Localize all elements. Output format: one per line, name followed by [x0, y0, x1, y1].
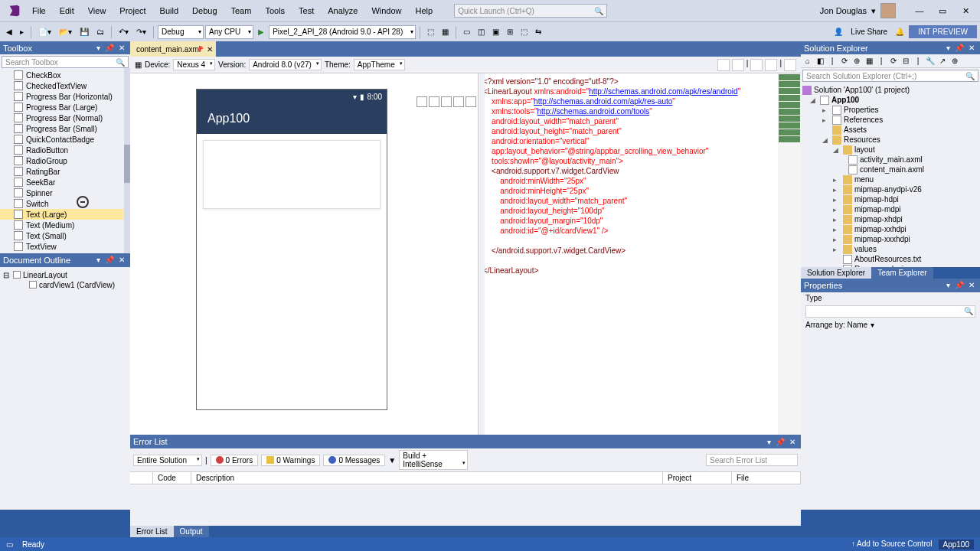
- menu-project[interactable]: Project: [113, 5, 152, 17]
- sln-node[interactable]: ◢Resources: [802, 135, 978, 145]
- toolbox-item[interactable]: Progress Bar (Horizontal): [0, 91, 130, 102]
- designer-btn-edit[interactable]: [750, 59, 763, 71]
- tab-error-list[interactable]: Error List: [130, 526, 174, 537]
- toolbox-item[interactable]: RadioButton: [0, 145, 130, 155]
- tab-output[interactable]: Output: [174, 526, 209, 537]
- warnings-toggle[interactable]: 0 Warnings: [261, 455, 320, 466]
- sln-node[interactable]: ▸menu: [802, 174, 978, 184]
- pin-icon[interactable]: 📌: [103, 44, 116, 52]
- sln-node[interactable]: ▸mipmap-hdpi: [802, 194, 978, 204]
- sln-node[interactable]: ▸mipmap-xhdpi: [802, 214, 978, 224]
- menu-window[interactable]: Window: [365, 5, 407, 17]
- sln-node-project[interactable]: ◢App100: [802, 95, 978, 105]
- sln-node-file[interactable]: AboutResources.txt: [802, 254, 978, 264]
- sln-node[interactable]: ▸mipmap-mdpi: [802, 204, 978, 214]
- toolbox-item[interactable]: Progress Bar (Small): [0, 123, 130, 134]
- designer-btn-props[interactable]: [765, 59, 777, 71]
- toolbox-item[interactable]: Text (Small): [0, 230, 130, 241]
- sln-tb-home-icon[interactable]: ⌂: [802, 56, 813, 67]
- sln-node-file[interactable]: content_main.axml: [802, 165, 978, 174]
- sln-tb-icon[interactable]: ⊕: [851, 56, 862, 67]
- source-control-button[interactable]: ↑ Add to Source Control: [851, 540, 933, 549]
- sln-tb-icon[interactable]: ⟳: [888, 56, 899, 67]
- toolbox-item[interactable]: TextView: [0, 241, 130, 252]
- toolbox-item[interactable]: CheckBox: [0, 70, 130, 80]
- toolbox-item[interactable]: Progress Bar (Normal): [0, 112, 130, 123]
- panel-close-icon[interactable]: ✕: [966, 281, 977, 289]
- sln-tb-icon[interactable]: 🔧: [925, 56, 936, 67]
- sln-node[interactable]: ▸References: [802, 115, 978, 125]
- menu-tools[interactable]: Tools: [259, 5, 291, 17]
- sln-node[interactable]: ▸Properties: [802, 105, 978, 115]
- sln-node-file[interactable]: activity_main.axml: [802, 155, 978, 165]
- redo-button[interactable]: ↷▾: [133, 26, 149, 37]
- new-item-button[interactable]: 📄▾: [35, 26, 54, 37]
- tb-icon-6[interactable]: ⊞: [504, 26, 516, 37]
- dropdown-icon[interactable]: ▾: [871, 321, 874, 329]
- pin-icon[interactable]: 📌: [952, 44, 966, 52]
- minimize-button[interactable]: —: [908, 3, 931, 18]
- tb-icon-7[interactable]: ⬚: [518, 26, 531, 37]
- toolbox-search-input[interactable]: Search Toolbox 🔍: [2, 56, 129, 68]
- errors-toggle[interactable]: 0 Errors: [211, 455, 259, 466]
- start-button[interactable]: ▶: [255, 26, 267, 37]
- sln-node[interactable]: ▸mipmap-anydpi-v26: [802, 184, 978, 194]
- panel-dropdown-icon[interactable]: ▾: [94, 44, 103, 52]
- theme-dropdown[interactable]: AppTheme: [354, 59, 405, 70]
- pin-icon[interactable]: 📌: [952, 281, 966, 289]
- user-dropdown-icon[interactable]: ▾: [871, 6, 876, 16]
- menu-help[interactable]: Help: [410, 5, 439, 17]
- undo-button[interactable]: ↶▾: [116, 26, 132, 37]
- tab-solution-explorer[interactable]: Solution Explorer: [801, 267, 871, 279]
- sln-tb-icon[interactable]: ⊟: [900, 56, 911, 67]
- menu-team[interactable]: Team: [225, 5, 258, 17]
- overlay-btn-2[interactable]: [429, 96, 439, 107]
- menu-debug[interactable]: Debug: [186, 5, 223, 17]
- pin-icon[interactable]: 📌: [103, 256, 116, 264]
- designer-btn-split-h[interactable]: [732, 59, 744, 71]
- menu-view[interactable]: View: [82, 5, 113, 17]
- toolbox-item[interactable]: Spinner: [0, 187, 130, 198]
- config-dropdown[interactable]: Debug: [158, 25, 204, 39]
- tb-icon-2[interactable]: ▦: [439, 26, 452, 37]
- panel-dropdown-icon[interactable]: ▾: [944, 281, 952, 289]
- menu-file[interactable]: File: [26, 5, 52, 17]
- toolbox-item[interactable]: Switch: [0, 198, 130, 209]
- close-tab-icon[interactable]: ✕: [207, 45, 213, 54]
- toolbox-item[interactable]: Text (Medium): [0, 220, 130, 230]
- overlay-btn-4[interactable]: [453, 96, 464, 107]
- filter-icon[interactable]: ▼: [388, 456, 396, 465]
- save-all-button[interactable]: 🗂: [93, 26, 107, 37]
- sln-tb-icon[interactable]: ⊕: [949, 56, 960, 67]
- menu-build[interactable]: Build: [154, 5, 185, 17]
- sln-tb-icon[interactable]: ◧: [815, 56, 825, 67]
- open-button[interactable]: 📂▾: [56, 26, 75, 37]
- menu-analyze[interactable]: Analyze: [322, 5, 364, 17]
- pin-icon[interactable]: 📌: [196, 46, 204, 53]
- sln-tb-icon[interactable]: ▦: [864, 56, 874, 67]
- maximize-button[interactable]: ▭: [931, 3, 954, 18]
- sln-node[interactable]: ▸values: [802, 244, 978, 254]
- panel-close-icon[interactable]: ✕: [787, 438, 798, 446]
- tb-icon-4[interactable]: ◫: [475, 26, 488, 37]
- device-dropdown[interactable]: Nexus 4: [173, 59, 215, 70]
- toolbox-item[interactable]: SeekBar: [0, 177, 130, 187]
- panel-close-icon[interactable]: ✕: [966, 44, 977, 52]
- notifications-icon[interactable]: 🔔: [892, 26, 907, 37]
- error-search-input[interactable]: Search Error List: [706, 454, 798, 466]
- panel-dropdown-icon[interactable]: ▾: [94, 256, 103, 264]
- designer-btn-split-v[interactable]: [717, 59, 730, 71]
- solution-search-input[interactable]: Search Solution Explorer (Ctrl+;) 🔍: [802, 70, 978, 82]
- toolbox-item[interactable]: CheckedTextView: [0, 80, 130, 91]
- sln-node[interactable]: Assets: [802, 125, 978, 135]
- toolbox-item-selected[interactable]: Text (Large): [0, 209, 130, 220]
- save-button[interactable]: 💾: [77, 26, 92, 37]
- close-button[interactable]: ✕: [954, 3, 977, 18]
- tab-team-explorer[interactable]: Team Explorer: [871, 267, 933, 279]
- nav-back-button[interactable]: ◀: [3, 26, 15, 37]
- toolbox-item[interactable]: RatingBar: [0, 166, 130, 177]
- pin-icon[interactable]: 📌: [773, 438, 787, 446]
- overlay-btn-3[interactable]: [441, 96, 452, 107]
- col-project[interactable]: Project: [663, 472, 732, 484]
- prop-arrange-label[interactable]: Arrange by: Name: [805, 321, 867, 329]
